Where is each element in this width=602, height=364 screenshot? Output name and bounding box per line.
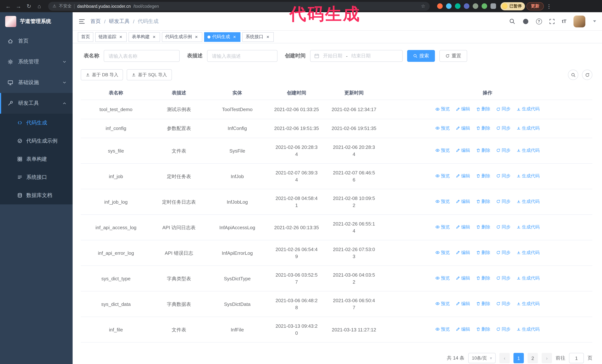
sidebar-item-dev-tools[interactable]: 研发工具 bbox=[0, 93, 73, 114]
extension-icon[interactable] bbox=[464, 3, 469, 9]
edit-link[interactable]: 编辑 bbox=[456, 105, 470, 113]
font-size-icon[interactable]: tT bbox=[562, 19, 566, 24]
preview-link[interactable]: 预览 bbox=[435, 125, 450, 132]
sidebar-item-db-doc[interactable]: 数据库文档 bbox=[0, 186, 73, 204]
preview-link[interactable]: 预览 bbox=[435, 147, 450, 154]
sidebar-item-system-api[interactable]: 系统接口 bbox=[0, 168, 73, 186]
tab-home[interactable]: 首页 bbox=[78, 32, 93, 42]
prev-page-button[interactable]: ‹ bbox=[499, 353, 510, 363]
tab-trace[interactable]: 链路追踪 × bbox=[95, 32, 127, 42]
back-icon[interactable]: ← bbox=[4, 2, 13, 10]
delete-link[interactable]: 删除 bbox=[476, 198, 490, 205]
preview-link[interactable]: 预览 bbox=[435, 224, 450, 231]
sync-link[interactable]: 同步 bbox=[496, 198, 510, 205]
generate-code-link[interactable]: 生成代码 bbox=[516, 249, 540, 256]
delete-link[interactable]: 删除 bbox=[476, 224, 490, 231]
extensions-puzzle-icon[interactable] bbox=[491, 3, 496, 9]
delete-link[interactable]: 删除 bbox=[476, 326, 490, 333]
delete-link[interactable]: 删除 bbox=[476, 125, 490, 132]
preview-link[interactable]: 预览 bbox=[435, 249, 450, 256]
bookmark-star-icon[interactable]: ☆ bbox=[421, 3, 425, 9]
table-desc-input[interactable] bbox=[207, 50, 278, 62]
preview-link[interactable]: 预览 bbox=[435, 198, 450, 205]
edit-link[interactable]: 编辑 bbox=[456, 275, 470, 282]
sidebar-item-form-builder[interactable]: 表单构建 bbox=[0, 150, 73, 168]
generate-code-link[interactable]: 生成代码 bbox=[516, 105, 540, 113]
sidebar-item-infrastructure[interactable]: 基础设施 bbox=[0, 72, 73, 93]
generate-code-link[interactable]: 生成代码 bbox=[516, 275, 540, 282]
tab-form-builder[interactable]: 表单构建 × bbox=[129, 32, 160, 42]
generate-code-link[interactable]: 生成代码 bbox=[516, 300, 540, 307]
breadcrumb-home[interactable]: 首页 bbox=[90, 18, 101, 25]
sync-link[interactable]: 同步 bbox=[496, 147, 510, 154]
github-icon[interactable] bbox=[522, 18, 529, 25]
generate-code-link[interactable]: 生成代码 bbox=[516, 326, 540, 333]
sidebar-item-home[interactable]: 首页 bbox=[0, 31, 73, 52]
preview-link[interactable]: 预览 bbox=[435, 326, 450, 333]
sidebar-item-codegen[interactable]: 代码生成 bbox=[0, 114, 73, 132]
delete-link[interactable]: 删除 bbox=[476, 249, 490, 256]
edit-link[interactable]: 编辑 bbox=[456, 125, 470, 132]
generate-code-link[interactable]: 生成代码 bbox=[516, 224, 540, 231]
browser-menu-icon[interactable]: ⋮ bbox=[547, 3, 552, 9]
extension-icon[interactable] bbox=[482, 3, 487, 9]
extension-icon[interactable] bbox=[473, 3, 478, 9]
page-2-button[interactable]: 2 bbox=[527, 353, 538, 363]
sidebar-item-codegen-example[interactable]: 代码生成示例 bbox=[0, 132, 73, 150]
delete-link[interactable]: 删除 bbox=[476, 105, 490, 113]
close-icon[interactable]: × bbox=[194, 34, 199, 40]
tab-codegen-example[interactable]: 代码生成示例 × bbox=[162, 32, 202, 42]
delete-link[interactable]: 删除 bbox=[476, 147, 490, 154]
delete-link[interactable]: 删除 bbox=[476, 275, 490, 282]
sync-link[interactable]: 同步 bbox=[496, 275, 510, 282]
extension-icon[interactable] bbox=[446, 3, 452, 9]
delete-link[interactable]: 删除 bbox=[476, 173, 490, 180]
reload-icon[interactable]: ↻ bbox=[24, 2, 33, 10]
generate-code-link[interactable]: 生成代码 bbox=[516, 125, 540, 132]
generate-code-link[interactable]: 生成代码 bbox=[516, 147, 540, 154]
reset-button[interactable]: 重置 bbox=[439, 50, 467, 62]
edit-link[interactable]: 编辑 bbox=[456, 198, 470, 205]
fullscreen-icon[interactable] bbox=[549, 18, 555, 24]
close-icon[interactable]: × bbox=[151, 34, 157, 40]
search-icon[interactable] bbox=[509, 18, 515, 24]
preview-link[interactable]: 预览 bbox=[435, 105, 450, 113]
search-button[interactable]: 搜索 bbox=[407, 50, 435, 62]
edit-link[interactable]: 编辑 bbox=[456, 326, 470, 333]
sync-link[interactable]: 同步 bbox=[496, 125, 510, 132]
sync-link[interactable]: 同步 bbox=[496, 300, 510, 307]
url-bar[interactable]: ⚠ 不安全 dashboard.yudao.iocoder.cn /tool/c… bbox=[48, 2, 430, 10]
tab-codegen[interactable]: 代码生成 × bbox=[204, 32, 240, 42]
close-icon[interactable]: × bbox=[265, 34, 270, 40]
sync-link[interactable]: 同步 bbox=[496, 105, 510, 113]
import-sql-button[interactable]: 基于 SQL 导入 bbox=[127, 69, 172, 80]
preview-link[interactable]: 预览 bbox=[435, 300, 450, 307]
sync-link[interactable]: 同步 bbox=[496, 173, 510, 180]
page-size-select[interactable]: 10条/页 ▾ bbox=[468, 353, 496, 363]
home-icon[interactable]: ⌂ bbox=[35, 2, 44, 10]
import-db-button[interactable]: 基于 DB 导入 bbox=[81, 69, 123, 80]
generate-code-link[interactable]: 生成代码 bbox=[516, 198, 540, 205]
edit-link[interactable]: 编辑 bbox=[456, 173, 470, 180]
edit-link[interactable]: 编辑 bbox=[456, 224, 470, 231]
edit-link[interactable]: 编辑 bbox=[456, 249, 470, 256]
sync-link[interactable]: 同步 bbox=[496, 326, 510, 333]
sidebar-item-system-management[interactable]: 系统管理 bbox=[0, 52, 73, 72]
close-icon[interactable]: × bbox=[232, 34, 237, 40]
preview-link[interactable]: 预览 bbox=[435, 173, 450, 180]
extension-icon[interactable] bbox=[455, 3, 461, 9]
next-page-button[interactable]: › bbox=[542, 353, 552, 363]
update-button[interactable]: 更新 bbox=[527, 2, 544, 10]
date-range-picker[interactable]: 开始日期 - 结束日期 bbox=[310, 50, 403, 62]
table-name-input[interactable] bbox=[104, 50, 180, 62]
hamburger-icon[interactable] bbox=[78, 18, 85, 25]
avatar[interactable] bbox=[573, 15, 585, 27]
goto-page-input[interactable] bbox=[569, 353, 584, 363]
generate-code-link[interactable]: 生成代码 bbox=[516, 173, 540, 180]
sync-link[interactable]: 同步 bbox=[496, 249, 510, 256]
help-icon[interactable]: ? bbox=[536, 18, 542, 24]
extension-icon[interactable] bbox=[437, 3, 443, 9]
tab-system-api[interactable]: 系统接口 × bbox=[242, 32, 274, 42]
avatar-caret-icon[interactable] bbox=[593, 20, 596, 22]
page-1-button[interactable]: 1 bbox=[514, 353, 524, 363]
